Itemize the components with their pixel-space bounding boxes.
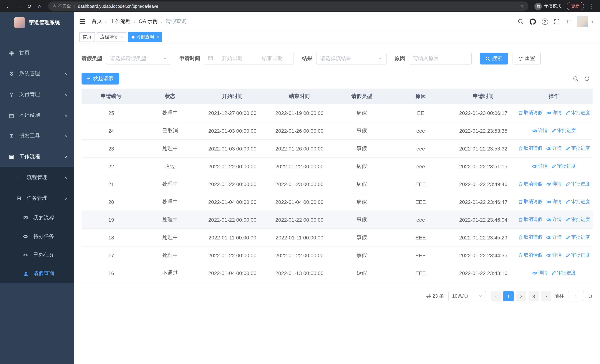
- progress-action-link[interactable]: 审批进度: [565, 145, 590, 152]
- hamburger-icon[interactable]: [79, 19, 86, 24]
- detail-action-link[interactable]: 详情: [546, 234, 562, 241]
- result-select[interactable]: 请选择流结果: [316, 53, 386, 65]
- status-cell: 处理中: [141, 145, 199, 152]
- breadcrumb-separator: /: [161, 19, 162, 24]
- user-avatar[interactable]: [577, 16, 588, 27]
- create-leave-button[interactable]: + 发起请假: [82, 73, 119, 84]
- sidebar-item-system-management[interactable]: ⚙系统管理∨: [0, 63, 74, 84]
- prev-page-button[interactable]: ‹: [491, 291, 501, 301]
- security-label[interactable]: 不安全: [58, 3, 71, 9]
- detail-action-link[interactable]: 详情: [532, 128, 548, 134]
- sidebar-item-infrastructure[interactable]: ▤基础设施∨: [0, 105, 74, 126]
- progress-action-link[interactable]: 审批进度: [551, 163, 576, 169]
- browser-update-button[interactable]: 更新: [567, 2, 584, 10]
- edit-icon: [551, 271, 556, 275]
- column-header-leave-type: 请假类型: [334, 93, 390, 100]
- tab-label: 请假查询: [136, 34, 154, 40]
- search-icon[interactable]: [517, 19, 524, 24]
- github-icon[interactable]: [529, 18, 536, 25]
- sidebar-item-todo-tasks[interactable]: 待办任务: [0, 227, 74, 246]
- caret-down-icon[interactable]: ▾: [591, 19, 593, 24]
- sidebar-item-dev-tools[interactable]: ⊞研发工具∨: [0, 126, 74, 146]
- edit-icon: [565, 146, 570, 151]
- cancel-action-link[interactable]: 取消请假: [518, 234, 542, 241]
- detail-action-link[interactable]: 详情: [532, 163, 548, 169]
- detail-action-link[interactable]: 详情: [532, 270, 548, 276]
- breadcrumb-separator: /: [134, 19, 135, 24]
- sidebar-item-leave-query[interactable]: 请假查询: [0, 264, 74, 283]
- refresh-table-icon[interactable]: [584, 76, 590, 81]
- cancel-action-link[interactable]: 取消请假: [518, 181, 542, 187]
- breadcrumb-item-home[interactable]: 首页: [92, 18, 102, 25]
- chevron-down-icon: [378, 55, 383, 62]
- detail-action-link[interactable]: 详情: [546, 110, 562, 116]
- goto-page-input[interactable]: [568, 291, 584, 301]
- apply-id-cell: 25: [82, 110, 141, 116]
- detail-action-link[interactable]: 详情: [546, 199, 562, 205]
- progress-action-link[interactable]: 审批进度: [551, 270, 576, 276]
- progress-action-link[interactable]: 审批进度: [565, 110, 590, 116]
- user-icon: [21, 271, 30, 276]
- progress-action-link[interactable]: 审批进度: [551, 128, 576, 134]
- sidebar-item-home[interactable]: ◉首页: [0, 43, 74, 63]
- progress-action-link[interactable]: 审批进度: [565, 252, 590, 258]
- reason-input[interactable]: 请输入原因: [409, 53, 472, 65]
- apply-time-range-picker[interactable]: 开始日期 - 结束日期: [204, 53, 294, 65]
- detail-action-link[interactable]: 详情: [546, 181, 562, 187]
- logo-avatar: [14, 17, 25, 28]
- page-size-select[interactable]: 10条/页: [449, 291, 486, 301]
- address-bar[interactable]: ⚠ 不安全 dashboard.yudao.iocoder.cn/bpm/oa/…: [48, 1, 528, 11]
- progress-action-link[interactable]: 审批进度: [565, 181, 590, 187]
- page-button-3[interactable]: 3: [528, 291, 539, 301]
- browser-reload-icon[interactable]: ↻: [24, 1, 34, 11]
- bookmark-star-icon[interactable]: ☆: [520, 3, 524, 9]
- font-size-icon[interactable]: TT: [565, 19, 571, 24]
- detail-action-link[interactable]: 详情: [546, 252, 562, 258]
- close-icon[interactable]: ×: [156, 35, 159, 39]
- toggle-search-icon[interactable]: [573, 76, 579, 81]
- sidebar-item-task-management[interactable]: ⊟任务管理∧: [0, 188, 74, 209]
- search-button[interactable]: 搜索: [480, 53, 508, 65]
- sidebar-item-my-process[interactable]: ✉我的流程: [0, 209, 74, 227]
- breadcrumb-item-oa-example[interactable]: OA 示例: [139, 18, 158, 25]
- browser-forward-icon[interactable]: →: [14, 1, 24, 11]
- leave-type-select[interactable]: 请选择请假类型: [106, 53, 171, 65]
- browser-back-icon[interactable]: ←: [4, 1, 13, 11]
- progress-action-link[interactable]: 审批进度: [565, 216, 590, 223]
- delete-icon: [518, 111, 523, 115]
- tab-leave-query[interactable]: 请假查询×: [128, 32, 162, 42]
- next-page-button[interactable]: ›: [541, 291, 552, 301]
- cancel-action-link[interactable]: 取消请假: [518, 216, 542, 223]
- delete-icon: [518, 146, 523, 151]
- breadcrumb-item-workflow[interactable]: 工作流程: [110, 18, 131, 25]
- detail-action-link[interactable]: 详情: [546, 216, 562, 223]
- cancel-action-link[interactable]: 取消请假: [518, 252, 542, 258]
- tab-process-detail[interactable]: 流程详情×: [97, 32, 126, 42]
- progress-action-link[interactable]: 审批进度: [565, 234, 590, 241]
- sidebar-item-payment-management[interactable]: ¥支付管理∨: [0, 84, 74, 105]
- sidebar-item-process-management[interactable]: ≡流程管理∨: [0, 167, 74, 188]
- cancel-action-link[interactable]: 取消请假: [518, 110, 542, 116]
- pagination: 共 23 条 10条/页 ‹ 123 › 前往 页: [82, 291, 593, 301]
- tab-home[interactable]: 首页: [79, 32, 95, 42]
- sidebar-menu: ◉首页⚙系统管理∨¥支付管理∨▤基础设施∨⊞研发工具∨▣工作流程∧≡流程管理∨⊟…: [0, 33, 74, 364]
- page-button-1[interactable]: 1: [503, 291, 514, 301]
- detail-action-link[interactable]: 详情: [546, 145, 562, 152]
- edit-icon: [565, 235, 570, 240]
- chevron-up-icon: ∧: [65, 196, 68, 200]
- cancel-action-link[interactable]: 取消请假: [518, 145, 542, 152]
- start-time-cell: 2022-01-22 00:00:00: [199, 181, 265, 187]
- reset-button[interactable]: 重置: [513, 53, 541, 65]
- browser-menu-icon[interactable]: ⋮: [587, 3, 596, 9]
- page-button-2[interactable]: 2: [516, 291, 526, 301]
- sidebar-item-done-tasks[interactable]: ✂已办任务: [0, 246, 74, 264]
- progress-action-link[interactable]: 审批进度: [565, 199, 590, 205]
- browser-home-icon[interactable]: ⌂: [35, 1, 45, 11]
- column-header-reason: 原因: [390, 93, 451, 100]
- header-actions: ? TT ▾: [517, 16, 593, 27]
- sidebar-item-workflow[interactable]: ▣工作流程∧: [0, 146, 74, 167]
- help-icon[interactable]: ?: [542, 18, 548, 25]
- fullscreen-icon[interactable]: [554, 19, 559, 24]
- cancel-action-link[interactable]: 取消请假: [518, 199, 542, 205]
- close-icon[interactable]: ×: [120, 35, 123, 39]
